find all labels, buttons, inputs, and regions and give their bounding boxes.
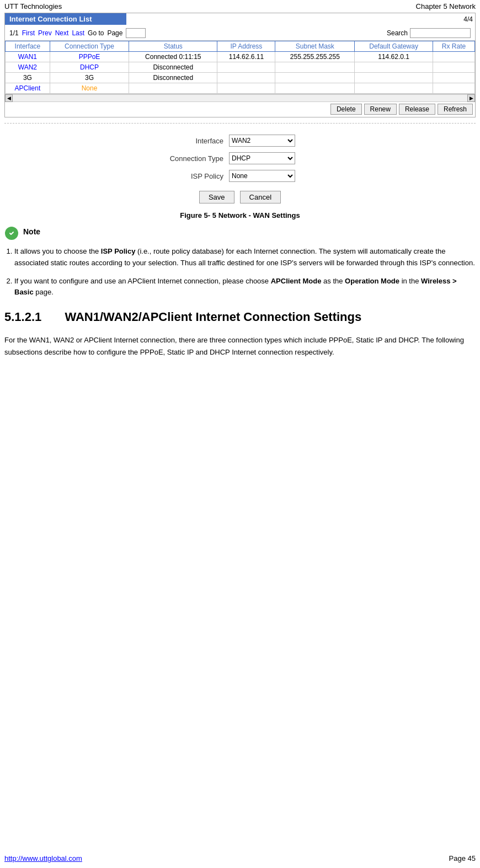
- cell-interface: APClient: [6, 83, 50, 94]
- note-label: Note: [23, 227, 40, 236]
- page-label: Page: [107, 29, 122, 37]
- cell-mask: [275, 62, 355, 73]
- footer-link[interactable]: http://www.uttglobal.com: [4, 854, 82, 862]
- refresh-button[interactable]: Refresh: [438, 104, 473, 115]
- interface-label: Interface: [157, 137, 229, 145]
- col-mask: Subnet Mask: [275, 41, 355, 52]
- cancel-button[interactable]: Cancel: [240, 191, 281, 203]
- header-left: UTT Technologies: [4, 2, 62, 10]
- note-icon: [4, 226, 19, 240]
- col-status: Status: [129, 41, 217, 52]
- cell-interface: WAN2: [6, 62, 50, 73]
- operation-mode-bold: Operation Mode: [345, 277, 399, 285]
- next-link[interactable]: Next: [55, 29, 69, 37]
- table-buttons: Delete Renew Release Refresh: [5, 101, 475, 117]
- note-items: It allows you to choose the ISP Policy (…: [4, 246, 476, 298]
- save-button[interactable]: Save: [199, 191, 234, 203]
- section-heading: 5.1.2.1 WAN1/WAN2/APClient Internet Conn…: [4, 309, 476, 325]
- cell-ip: [217, 62, 275, 73]
- cell-type: PPPoE: [50, 52, 129, 62]
- table-row[interactable]: WAN2DHCPDisconnected: [6, 62, 475, 73]
- connection-type-label: Connection Type: [157, 154, 229, 163]
- col-interface: Interface: [6, 41, 50, 52]
- search-input[interactable]: [410, 28, 471, 38]
- cell-type: None: [50, 83, 129, 94]
- table-row[interactable]: APClientNone: [6, 83, 475, 94]
- scroll-right-arrow[interactable]: ▶: [467, 94, 475, 102]
- col-connection-type: Connection Type: [50, 41, 129, 52]
- dotted-divider: [4, 123, 476, 124]
- note-item-2: If you want to configure and use an APCl…: [14, 276, 476, 299]
- scrollbar-row: ◀ ▶: [5, 94, 475, 101]
- col-rx: Rx Rate: [433, 41, 475, 52]
- figure-caption: Figure 5- 5 Network - WAN Settings: [4, 211, 476, 219]
- isp-policy-select[interactable]: None: [229, 170, 295, 182]
- cell-rx: [433, 62, 475, 73]
- note-item-1: It allows you to choose the ISP Policy (…: [14, 246, 476, 269]
- cell-rx: [433, 83, 475, 94]
- apclient-mode-bold: APClient Mode: [271, 277, 322, 285]
- renew-button[interactable]: Renew: [364, 104, 397, 115]
- cell-mask: [275, 83, 355, 94]
- cell-gateway: [355, 73, 433, 83]
- header-right: Chapter 5 Network: [416, 2, 476, 10]
- cell-mask: 255.255.255.255: [275, 52, 355, 62]
- list-title: Internet Connection List: [5, 13, 126, 25]
- cell-ip: [217, 73, 275, 83]
- form-section: Interface WAN2 WAN1 3G APClient Connecti…: [4, 129, 476, 206]
- cell-interface: 3G: [6, 73, 50, 83]
- body-text: For the WAN1, WAN2 or APClient Internet …: [4, 334, 476, 358]
- note-section: Note: [4, 227, 476, 240]
- interface-row: Interface WAN2 WAN1 3G APClient: [157, 135, 323, 147]
- page-count: 4/4: [463, 15, 475, 23]
- cell-gateway: [355, 62, 433, 73]
- heading-number: 5.1.2.1: [4, 310, 41, 324]
- delete-button[interactable]: Delete: [330, 104, 362, 115]
- cell-type: DHCP: [50, 62, 129, 73]
- goto-label: Go to: [88, 29, 104, 37]
- col-gateway: Default Gateway: [355, 41, 433, 52]
- footer-page: Page 45: [449, 854, 476, 862]
- isp-policy-row: ISP Policy None: [157, 170, 323, 182]
- cell-type: 3G: [50, 73, 129, 83]
- connection-type-select[interactable]: DHCP PPPoE Static IP: [229, 152, 295, 164]
- cell-rx: [433, 73, 475, 83]
- table-row[interactable]: WAN1PPPoEConnected 0:11:15114.62.6.11255…: [6, 52, 475, 62]
- connection-list-box: Internet Connection List 4/4 1/1 First P…: [4, 13, 476, 117]
- cell-status: [129, 83, 217, 94]
- pagination-row: 1/1 First Prev Next Last Go to Page Sear…: [5, 26, 475, 41]
- table-row[interactable]: 3G3GDisconnected: [6, 73, 475, 83]
- cell-rx: [433, 52, 475, 62]
- connection-table: Interface Connection Type Status IP Addr…: [5, 41, 475, 94]
- cell-status: Disconnected: [129, 62, 217, 73]
- search-label: Search: [387, 29, 408, 37]
- form-buttons: Save Cancel: [199, 191, 281, 203]
- connection-type-row: Connection Type DHCP PPPoE Static IP: [157, 152, 323, 164]
- scroll-left-arrow[interactable]: ◀: [5, 94, 13, 102]
- interface-select[interactable]: WAN2 WAN1 3G APClient: [229, 135, 295, 147]
- cell-gateway: [355, 83, 433, 94]
- last-link[interactable]: Last: [72, 29, 84, 37]
- cell-status: Connected 0:11:15: [129, 52, 217, 62]
- isp-policy-label: ISP Policy: [157, 172, 229, 180]
- prev-link[interactable]: Prev: [38, 29, 52, 37]
- col-ip: IP Address: [217, 41, 275, 52]
- cell-mask: [275, 73, 355, 83]
- cell-status: Disconnected: [129, 73, 217, 83]
- isp-policy-bold: ISP Policy: [101, 247, 136, 255]
- cell-ip: 114.62.6.11: [217, 52, 275, 62]
- page-input[interactable]: [126, 28, 146, 38]
- cell-interface: WAN1: [6, 52, 50, 62]
- page-footer: http://www.uttglobal.com Page 45: [0, 854, 480, 862]
- release-button[interactable]: Release: [399, 104, 435, 115]
- cell-ip: [217, 83, 275, 94]
- cell-gateway: 114.62.0.1: [355, 52, 433, 62]
- page-fraction: 1/1: [9, 29, 19, 37]
- page-header: UTT Technologies Chapter 5 Network: [0, 0, 480, 13]
- first-link[interactable]: First: [22, 29, 35, 37]
- scroll-track[interactable]: [13, 94, 467, 102]
- heading-title: WAN1/WAN2/APClient Internet Connection S…: [65, 310, 361, 324]
